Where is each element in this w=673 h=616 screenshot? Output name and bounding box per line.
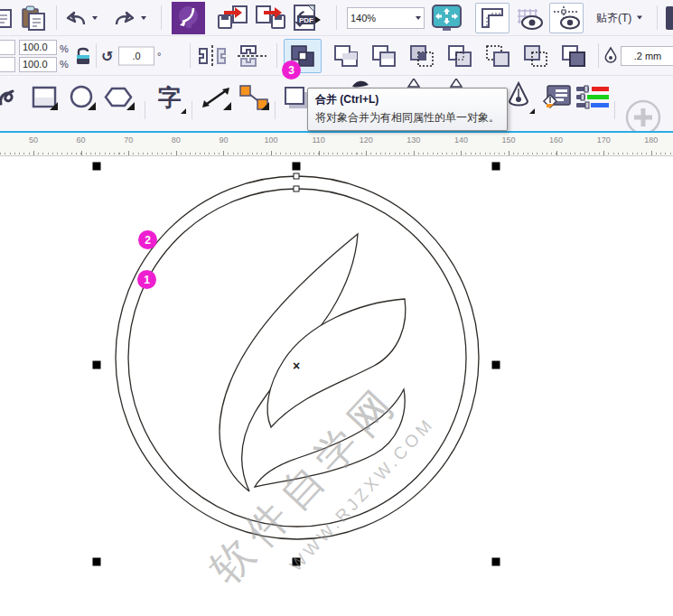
ruler-label: 180	[644, 135, 658, 145]
application-launcher-icon[interactable]	[172, 2, 205, 34]
scale-v-field[interactable]: 100.0	[19, 57, 57, 72]
separator	[161, 5, 162, 30]
polygon-tool-icon[interactable]	[99, 79, 137, 116]
tooltip-description: 将对象合并为有相同属性的单一对象。	[315, 110, 500, 126]
ruler-label: 80	[172, 135, 181, 145]
export-icon[interactable]	[255, 5, 287, 32]
curve-node[interactable]	[294, 173, 299, 179]
mirror-vertical-icon[interactable]	[237, 43, 267, 69]
lock-ratio-icon[interactable]	[74, 45, 92, 67]
outline-width-field[interactable]: .2 mm	[621, 46, 673, 66]
separator	[145, 101, 145, 119]
scale-h-field[interactable]: 100.0	[19, 40, 57, 55]
rotation-angle-field[interactable]: .0	[118, 46, 154, 65]
separator	[190, 43, 191, 68]
simplify-button[interactable]	[443, 40, 477, 72]
weld-button[interactable]	[329, 40, 363, 72]
selection-handle-middle-right[interactable]	[492, 361, 500, 369]
ruler-label: 170	[597, 135, 611, 145]
separator	[657, 5, 658, 30]
ruler-label: 130	[407, 135, 420, 145]
object-position-fields[interactable]	[0, 40, 15, 72]
standard-toolbar: PDF 140%	[0, 0, 673, 36]
trim-button[interactable]	[367, 40, 401, 72]
curve-node[interactable]	[294, 186, 299, 191]
scale-factor-fields: 100.0 100.0	[19, 40, 57, 72]
object-center-marker[interactable]: ×	[293, 359, 300, 373]
rotation-icon: ↺	[101, 47, 113, 64]
selection-handle-bottom-left[interactable]	[93, 558, 101, 566]
front-minus-back-button[interactable]	[481, 40, 515, 72]
selection-handle-top-center[interactable]	[293, 163, 301, 171]
full-screen-preview-icon[interactable]	[432, 5, 462, 32]
ruler-label: 90	[219, 135, 228, 145]
rulers-toggle-button[interactable]	[475, 3, 509, 33]
back-minus-front-button[interactable]	[519, 40, 553, 72]
ruler-label: 140	[454, 135, 468, 145]
ruler-major-tick	[33, 151, 34, 155]
options-icon[interactable]	[665, 5, 673, 32]
ruler-major-tick	[366, 151, 367, 155]
undo-dropdown-icon[interactable]	[92, 16, 98, 20]
separator	[598, 43, 599, 68]
step-badge-3: 3	[282, 61, 301, 79]
ruler-label: 110	[312, 135, 324, 145]
snap-dropdown-icon	[637, 16, 642, 20]
ruler-major-tick	[176, 151, 177, 155]
artistic-media-tool-icon[interactable]	[351, 79, 370, 88]
redo-button[interactable]	[110, 5, 137, 32]
copy-icon[interactable]	[0, 6, 13, 30]
ellipse-tool-icon[interactable]	[65, 79, 99, 116]
publish-pdf-icon[interactable]: PDF	[291, 4, 325, 33]
horizontal-ruler[interactable]: 5060708090100110120130140150160170180	[0, 131, 673, 156]
snap-to-label: 贴齐(T)	[596, 10, 631, 25]
ruler-label: 50	[29, 135, 38, 145]
ruler-label: 100	[264, 135, 277, 145]
zoom-level-select[interactable]: 140%	[347, 7, 425, 29]
freehand-tool-icon[interactable]	[0, 79, 23, 116]
connector-tool-icon[interactable]	[235, 79, 273, 116]
guidelines-toggle-button[interactable]	[549, 3, 584, 33]
tooltip-combine: 合并 (Ctrl+L) 将对象合并为有相同属性的单一对象。	[307, 88, 508, 131]
ruler-major-tick	[414, 151, 415, 155]
logo-artwork[interactable]: ×	[0, 156, 673, 616]
ruler-label: 70	[124, 135, 133, 145]
intersect-button[interactable]	[405, 40, 439, 72]
ruler-major-tick	[603, 151, 604, 155]
zoom-dropdown-icon[interactable]	[416, 16, 421, 20]
pdf-label: PDF	[299, 16, 313, 24]
drawing-canvas[interactable]: × 软件自学网 WWW.RJZXW.COM 2 1	[0, 156, 673, 616]
paste-icon[interactable]	[20, 5, 47, 31]
ruler-major-tick	[651, 151, 652, 155]
pen-tool-icon[interactable]	[405, 79, 423, 88]
text-tool-icon[interactable]: 字	[152, 79, 188, 116]
step-badge-1: 1	[137, 270, 156, 289]
mirror-horizontal-icon[interactable]	[197, 44, 228, 68]
scale-percent-labels: % %	[60, 42, 69, 69]
ruler-label: 150	[501, 135, 515, 145]
ruler-major-tick	[509, 151, 509, 155]
selection-handle-middle-left[interactable]	[93, 361, 101, 369]
selection-handle-bottom-center[interactable]	[293, 558, 301, 566]
color-sliders-icon[interactable]	[573, 79, 612, 116]
grid-toggle-button[interactable]	[513, 3, 547, 33]
import-icon[interactable]	[217, 5, 249, 32]
redo-dropdown-icon[interactable]	[141, 16, 146, 20]
undo-button[interactable]	[63, 5, 90, 32]
selection-handle-bottom-right[interactable]	[492, 558, 500, 566]
text-tool-glyph: 字	[158, 82, 182, 114]
separator	[96, 43, 97, 68]
bezier-tool-icon[interactable]	[447, 79, 465, 88]
selection-handle-top-left[interactable]	[93, 163, 101, 171]
dimension-tool-icon[interactable]	[197, 79, 235, 116]
snap-to-dropdown[interactable]: 贴齐(T)	[596, 10, 642, 25]
toolbar-area: PDF 140%	[0, 0, 673, 131]
coreldraw-window: PDF 140%	[0, 0, 673, 616]
separator	[275, 101, 276, 119]
create-boundary-button[interactable]	[556, 40, 591, 72]
selection-handle-top-right[interactable]	[492, 163, 500, 171]
rectangle-tool-icon[interactable]	[27, 79, 61, 116]
fill-dialog-icon[interactable]	[538, 79, 575, 116]
add-tools-button[interactable]	[625, 99, 661, 135]
ruler-major-tick	[223, 151, 224, 155]
